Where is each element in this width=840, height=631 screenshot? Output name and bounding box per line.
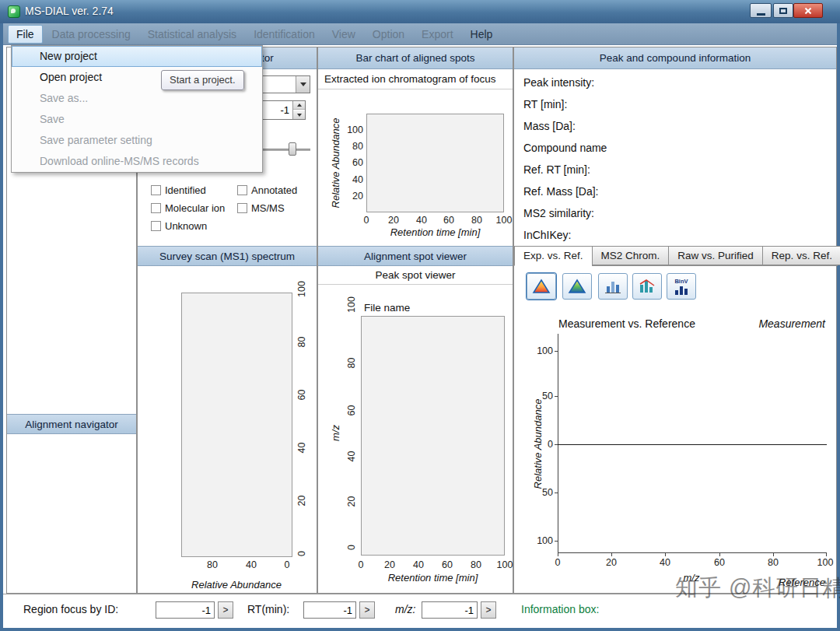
- checkbox-label: Identified: [165, 184, 206, 196]
- menu-view[interactable]: View: [324, 26, 363, 43]
- checkbox-label: Unknown: [165, 220, 207, 232]
- peak-triangle-icon: [568, 279, 586, 294]
- menu-item-download-msms-records[interactable]: Download online-MS/MS records: [12, 151, 262, 172]
- spot-x-tick: 40: [407, 559, 430, 570]
- checkbox-icon[interactable]: [237, 203, 247, 213]
- eic-x-tick: 40: [410, 215, 433, 226]
- spinner-down-button[interactable]: [293, 110, 305, 119]
- menu-item-save-parameter-setting[interactable]: Save parameter setting: [12, 130, 262, 151]
- menu-option[interactable]: Option: [365, 26, 412, 43]
- checkbox-icon[interactable]: [151, 185, 161, 195]
- checkbox-icon[interactable]: [237, 185, 247, 195]
- binv-label: BinV: [674, 279, 688, 285]
- ms2-y-tick: 100: [530, 345, 553, 356]
- file-menu-dropdown: New project Open project Save as... Save…: [11, 45, 263, 173]
- survey-x-tick: 80: [201, 559, 224, 570]
- spot-y-axis-label: m/z: [330, 410, 341, 457]
- survey-scan-title: Survey scan (MS1) spectrum: [159, 251, 295, 262]
- spectrum-view-button-1[interactable]: [527, 273, 556, 300]
- spinner-up-button[interactable]: [293, 101, 305, 110]
- binv-bars-icon: [675, 286, 688, 295]
- aligned-spots-panel: Bar chart of aligned spots Extracted ion…: [317, 47, 513, 594]
- start-project-tooltip: Start a project.: [161, 70, 244, 90]
- eic-plot[interactable]: [366, 114, 504, 212]
- filter-identified-checkbox[interactable]: Identified: [151, 184, 206, 196]
- spot-x-tick: 60: [436, 559, 459, 570]
- filter-unknown-checkbox[interactable]: Unknown: [151, 220, 207, 232]
- checkbox-icon[interactable]: [151, 203, 161, 213]
- survey-mz-tick: 80: [296, 331, 306, 354]
- inchikey-label: InChIKey:: [523, 229, 571, 241]
- window-title: MS-DIAL ver. 2.74: [25, 5, 114, 17]
- tab-rep-vs-ref[interactable]: Rep. vs. Ref.: [762, 246, 840, 265]
- combobox-dropdown-button[interactable]: [296, 76, 310, 93]
- spectrum-view-button-2[interactable]: [562, 273, 592, 300]
- menu-item-new-project[interactable]: New project: [12, 46, 262, 67]
- menu-item-save[interactable]: Save: [12, 109, 262, 130]
- checkbox-icon[interactable]: [151, 221, 161, 231]
- ms2-x-tick: 80: [761, 557, 785, 568]
- survey-x-tick: 0: [275, 559, 299, 570]
- spectrum-tab-strip: Exp. vs. Ref. MS2 Chrom. Raw vs. Purifie…: [514, 246, 838, 266]
- zero-axis-line: [558, 444, 827, 445]
- rt-input[interactable]: [303, 601, 356, 619]
- mz-input[interactable]: [422, 601, 478, 619]
- menu-statistical-analysis[interactable]: Statistical analysis: [140, 26, 244, 43]
- bar-chart-header: Bar chart of aligned spots: [318, 47, 513, 69]
- mz-go-button[interactable]: >: [481, 601, 496, 619]
- region-focus-go-button[interactable]: >: [218, 601, 233, 619]
- peak-compound-info-header: Peak and compound information: [514, 47, 836, 69]
- menu-file[interactable]: File: [8, 25, 43, 44]
- ms2-y-tick: 100: [530, 535, 553, 546]
- ms2-y-axis-label: Relative Abundance: [532, 386, 544, 503]
- histogram-button[interactable]: [632, 273, 662, 300]
- watermark: 知乎 @科研日精进: [675, 573, 840, 604]
- tab-raw-vs-purified[interactable]: Raw vs. Purified: [668, 246, 762, 265]
- eic-x-tick: 20: [382, 215, 405, 226]
- close-icon: [803, 6, 813, 16]
- spinner-buttons: [292, 101, 305, 119]
- region-focus-label: Region focus by ID:: [23, 603, 118, 615]
- alignment-spot-viewer-header: Alignment spot viewer: [318, 246, 513, 266]
- filter-molecular-ion-checkbox[interactable]: Molecular ion: [151, 202, 225, 214]
- minimize-button[interactable]: [750, 3, 772, 18]
- close-button[interactable]: [793, 3, 823, 18]
- peak-compound-info-panel: Peak and compound information Peak inten…: [513, 47, 837, 594]
- checkbox-label: Molecular ion: [165, 202, 225, 214]
- title-bar: MS-DIAL ver. 2.74: [0, 0, 840, 23]
- information-box-label: Information box:: [521, 603, 599, 615]
- binvestigate-button[interactable]: BinV: [667, 273, 696, 300]
- spot-x-axis-label: Retention time [min]: [361, 572, 505, 584]
- menu-export[interactable]: Export: [414, 26, 460, 43]
- survey-mz-tick: 20: [296, 489, 306, 513]
- tab-ms2-chrom[interactable]: MS2 Chrom.: [592, 246, 669, 265]
- ms2-x-tick: 40: [653, 557, 677, 568]
- rt-label: RT [min]:: [523, 98, 567, 110]
- mass-label: Mass [Da]:: [523, 120, 576, 132]
- menu-bar: File Data processing Statistical analysi…: [3, 23, 837, 45]
- filter-msms-checkbox[interactable]: MS/MS: [237, 202, 285, 214]
- slider-thumb[interactable]: [289, 142, 296, 156]
- spot-y-tick: 80: [346, 352, 356, 375]
- menu-item-save-as[interactable]: Save as...: [12, 88, 262, 109]
- eic-x-tick: 0: [355, 215, 378, 226]
- menu-help[interactable]: Help: [463, 26, 501, 43]
- app-logo-icon: [8, 5, 20, 18]
- bar-graph-button[interactable]: [598, 273, 628, 300]
- peak-spot-plot[interactable]: [361, 316, 505, 556]
- survey-scan-header: Survey scan (MS1) spectrum: [138, 246, 317, 266]
- minimize-icon: [757, 13, 765, 16]
- region-focus-id-input[interactable]: [156, 601, 215, 619]
- rt-go-button[interactable]: >: [359, 601, 375, 619]
- maximize-button[interactable]: [773, 3, 793, 18]
- menu-identification[interactable]: Identification: [246, 26, 323, 43]
- bar-chart-title: Bar chart of aligned spots: [355, 52, 474, 64]
- filter-annotated-checkbox[interactable]: Annotated: [237, 184, 297, 196]
- tab-exp-vs-ref[interactable]: Exp. vs. Ref.: [514, 246, 592, 266]
- survey-scan-plot[interactable]: [181, 293, 292, 557]
- ms2-x-tick: 60: [708, 557, 731, 568]
- ms2-mirror-plot[interactable]: [558, 334, 827, 553]
- eic-x-tick: 60: [437, 215, 460, 226]
- chevron-down-icon: [300, 82, 306, 86]
- menu-data-processing[interactable]: Data processing: [44, 26, 138, 43]
